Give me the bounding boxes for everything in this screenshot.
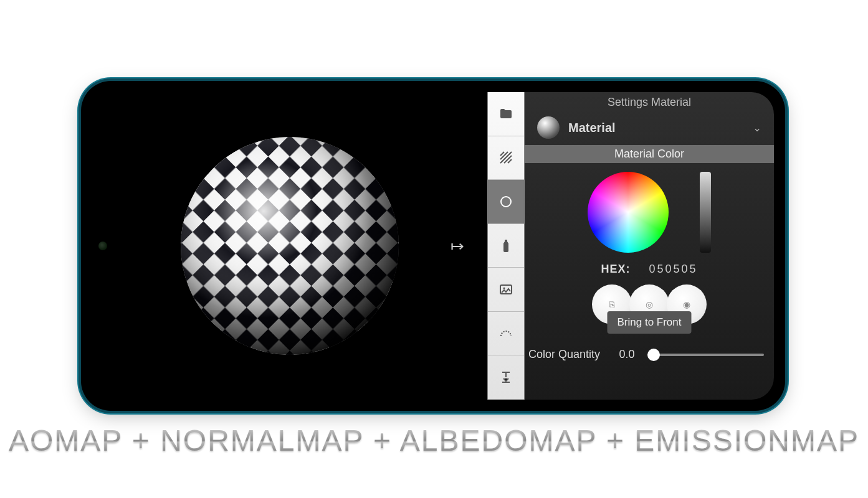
- tooltip-bring-to-front: Bring to Front: [608, 311, 692, 334]
- inspector-title: Settings Material: [525, 95, 774, 114]
- color-quantity-label: Color Quantity: [528, 348, 600, 361]
- phone-frame: ↦: [81, 81, 785, 411]
- color-quantity-value: 0.0: [611, 348, 642, 361]
- tool-column: [487, 92, 525, 400]
- hex-label: HEX:: [601, 263, 630, 276]
- svg-point-5: [501, 197, 511, 207]
- viewport-3d[interactable]: ↦: [92, 92, 487, 400]
- color-quantity-slider[interactable]: [654, 354, 764, 356]
- value-slider[interactable]: [700, 172, 711, 253]
- app-screen: ↦: [92, 92, 774, 400]
- sphere-preview[interactable]: [181, 137, 399, 355]
- slider-thumb[interactable]: [647, 349, 660, 361]
- hex-value[interactable]: 050505: [649, 263, 697, 276]
- inspector-panel: Settings Material Material ⌄ Material Co…: [525, 92, 774, 400]
- circle-icon: [498, 194, 513, 209]
- tool-align[interactable]: [488, 355, 524, 400]
- chevron-down-icon: ⌄: [753, 121, 761, 134]
- align-icon: [498, 370, 513, 385]
- color-quantity-row: Color Quantity 0.0: [525, 329, 774, 361]
- svg-point-7: [503, 288, 505, 289]
- texture-icon: [498, 150, 513, 165]
- color-wheel[interactable]: [588, 172, 669, 253]
- material-swatch-icon: [537, 116, 560, 139]
- section-material-color: Material Color: [525, 145, 774, 163]
- hex-row: HEX: 050505: [525, 256, 774, 284]
- tool-folder[interactable]: [488, 92, 524, 136]
- image-add-icon: [498, 282, 513, 297]
- curve-icon: [498, 326, 513, 341]
- front-camera: [98, 242, 107, 250]
- folder-icon: [498, 106, 513, 121]
- tool-texture[interactable]: [488, 136, 524, 181]
- promo-caption: AOMAP + NORMALMAP + ALBEDOMAP + EMISSION…: [0, 423, 868, 458]
- material-name: Material: [568, 121, 744, 135]
- panel-expand-handle[interactable]: ↦: [451, 237, 464, 256]
- tool-curve[interactable]: [488, 312, 524, 356]
- bottle-icon: [498, 238, 513, 253]
- tool-image[interactable]: [488, 268, 524, 312]
- material-selector[interactable]: Material ⌄: [525, 114, 774, 145]
- tool-object[interactable]: [488, 224, 524, 268]
- svg-point-4: [181, 137, 399, 355]
- color-picker-area: [525, 163, 774, 256]
- tool-material[interactable]: [488, 180, 524, 224]
